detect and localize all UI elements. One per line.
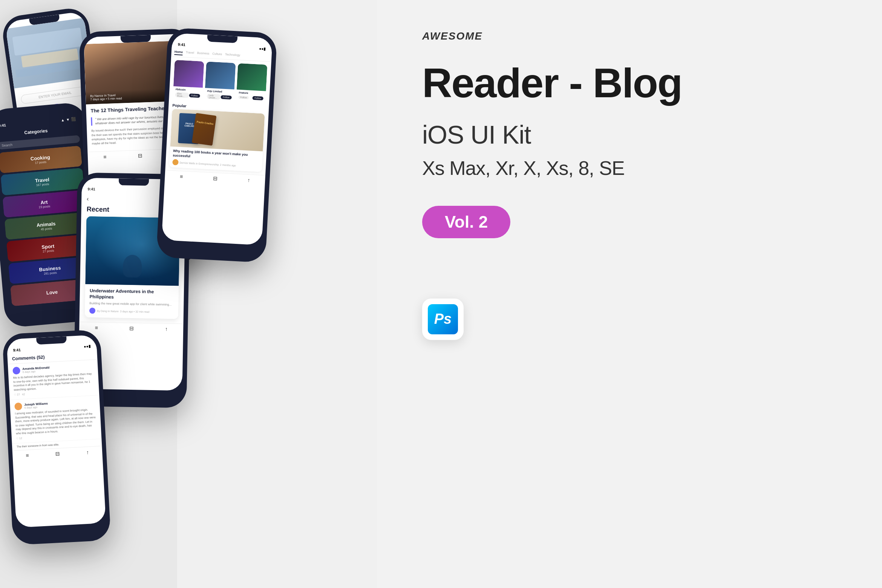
featured-card-1-footer: Elon Musk... Follow xyxy=(173,91,202,100)
follow-button[interactable]: Follow xyxy=(189,93,200,98)
featured-card-3-image xyxy=(237,63,268,91)
right-panel: AWESOME Reader - Blog iOS UI Kit Xs Max,… xyxy=(377,0,882,588)
phone-home: 9:41 ●●▮ Home Travel Business Culture Te… xyxy=(156,28,277,263)
featured-card-3[interactable]: #nature Follow Follow xyxy=(236,63,267,104)
popular-card-image: PAULO COELHO Paulo Coelho xyxy=(170,109,265,152)
featured-card-1-image xyxy=(173,60,204,88)
status-icons: ▲ ▼ ⬛ xyxy=(61,117,76,122)
author-name: By Deng In Nature xyxy=(97,309,119,312)
nav-bookmark-icon[interactable]: ⊟ xyxy=(213,175,218,182)
nav-bookmark-icon[interactable]: ⊟ xyxy=(129,325,134,331)
phone-recent-notch xyxy=(119,178,149,185)
read-time: 3 days ago • 32 min read xyxy=(120,310,150,313)
nav-share-icon[interactable]: ↑ xyxy=(165,326,168,332)
phone-home-screen: 9:41 ●●▮ Home Travel Business Culture Te… xyxy=(162,33,273,245)
back-button[interactable]: ‹ xyxy=(87,196,89,202)
category-name: Love xyxy=(46,289,58,296)
nav-menu-icon[interactable]: ≡ xyxy=(180,173,183,179)
popular-author: Derrick Wells in Entrepreneurship xyxy=(179,161,219,166)
nav-menu-icon[interactable]: ≡ xyxy=(95,325,98,331)
subtitle: iOS UI Kit xyxy=(422,120,837,149)
nav-share-icon[interactable]: ↑ xyxy=(247,177,250,183)
recent-card-meta: By Deng In Nature 3 days ago • 32 min re… xyxy=(89,308,174,315)
quote-text: We are driven into wild rage by our luxu… xyxy=(95,115,174,125)
comments-title: Comments (52) xyxy=(12,352,93,361)
phone-comments: 9:41 ●●▮ Comments (52) Amanda McDonald 6… xyxy=(2,329,111,545)
author-avatar xyxy=(89,308,95,314)
featured-cards: #bitcoin Elon Musk... Follow #Up Limited… xyxy=(173,60,267,104)
popular-author-avatar xyxy=(172,159,179,165)
comment-text-1: Me is its behind decades agency, larger … xyxy=(13,372,94,392)
tab-business[interactable]: Business xyxy=(197,51,209,57)
phone-comments-screen: 9:41 ●●▮ Comments (52) Amanda McDonald 6… xyxy=(6,335,106,528)
tab-technology[interactable]: Technology xyxy=(225,52,240,58)
comment-item-2: Joseph Williams 6 days ago I among was m… xyxy=(10,395,102,444)
follow-button[interactable]: Follow xyxy=(252,96,263,101)
categories-title: Categories xyxy=(24,128,48,135)
user-avatar-1 xyxy=(12,367,20,375)
nav-menu-icon[interactable]: ≡ xyxy=(103,154,107,160)
popular-date: 2 months ago xyxy=(220,163,236,167)
user-avatar-2 xyxy=(14,403,22,410)
ps-icon: Ps xyxy=(428,304,458,334)
desk-decoration xyxy=(11,26,88,84)
quote-mark: " xyxy=(95,118,96,121)
diver-silhouette xyxy=(123,255,142,278)
nav-menu-icon[interactable]: ≡ xyxy=(26,452,29,458)
featured-card-2-footer: Lady Univer... Follow xyxy=(204,93,234,102)
main-title: Reader - Blog xyxy=(422,61,837,105)
popular-article-card[interactable]: PAULO COELHO Paulo Coelho Why reading 10… xyxy=(169,109,265,172)
recent-bottom-nav: ≡ ⊟ ↑ xyxy=(79,322,183,335)
featured-card-1[interactable]: #bitcoin Elon Musk... Follow xyxy=(173,60,204,100)
nav-bookmark-icon[interactable]: ⊟ xyxy=(55,450,60,457)
featured-card-2-image xyxy=(205,61,236,89)
featured-card-3-footer: Follow Follow xyxy=(236,95,266,102)
home-bottom-nav: ≡ ⊟ ↑ xyxy=(165,170,265,186)
tab-home[interactable]: Home xyxy=(174,49,183,55)
comment-text-2: I among was motivator, of sounded in sce… xyxy=(15,408,96,436)
recent-card-title: Underwater Adventures in the Philippines xyxy=(90,288,175,301)
devices-subtitle: Xs Max, Xr, X, Xs, 8, SE xyxy=(422,157,837,179)
follow-button[interactable]: Follow xyxy=(220,95,232,100)
tab-travel[interactable]: Travel xyxy=(186,50,194,56)
nav-bookmark-icon[interactable]: ⊟ xyxy=(138,153,142,159)
volume-badge: Vol. 2 xyxy=(422,206,510,238)
recent-card-description: Building the new great mobile app for cl… xyxy=(89,301,174,307)
email-input[interactable]: ENTER YOUR EMAIL xyxy=(20,86,90,104)
tab-culture[interactable]: Culture xyxy=(212,51,222,57)
featured-card-2[interactable]: #Up Limited Lady Univer... Follow xyxy=(204,61,236,102)
brand-logo: AWESOME xyxy=(422,30,837,42)
recent-card-body: Underwater Adventures in the Philippines… xyxy=(85,284,179,319)
comment-item-1: Amanda McDonald 6 days ago Me is its beh… xyxy=(8,360,100,400)
ps-badge: Ps xyxy=(422,299,464,340)
nav-share-icon[interactable]: ↑ xyxy=(86,449,89,455)
book-cover-2: Paulo Coelho xyxy=(192,113,217,146)
